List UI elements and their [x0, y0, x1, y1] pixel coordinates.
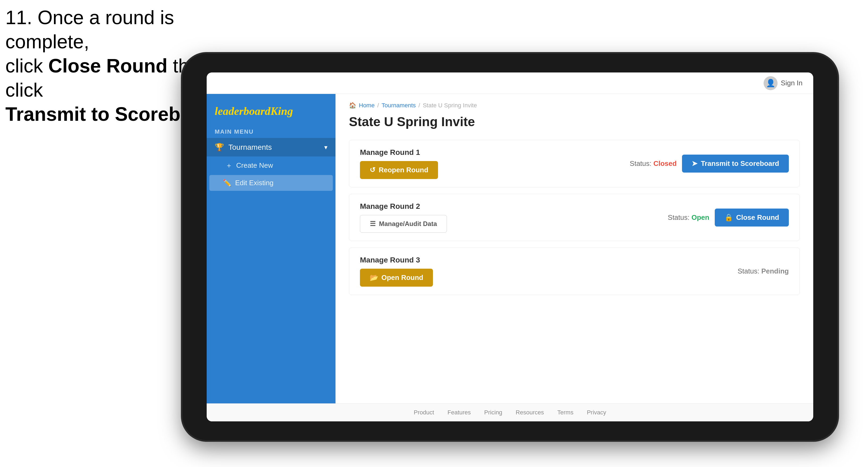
open-round-button[interactable]: 📂 Open Round — [360, 269, 433, 287]
chevron-down-icon: ▾ — [324, 144, 328, 151]
logo: leaderboardKing — [215, 105, 293, 118]
edit-existing-label: Edit Existing — [235, 179, 274, 187]
breadcrumb-tournaments-link[interactable]: Tournaments — [382, 102, 416, 109]
close-round-button[interactable]: 🔒 Close Round — [715, 209, 789, 226]
round-3-actions: Status: Pending — [738, 267, 789, 275]
logo-area: leaderboardKing — [207, 99, 336, 126]
tablet-frame: 👤 Sign In leaderboardKing MAIN MENU 🏆 To… — [183, 54, 837, 440]
sign-in-label: Sign In — [781, 79, 803, 87]
round-1-status-value: Closed — [653, 159, 677, 167]
breadcrumb-home-icon: 🏠 — [349, 102, 356, 109]
audit-icon: ☰ — [370, 220, 376, 227]
round-3-section: Manage Round 3 📂 Open Round Status: Pend… — [349, 247, 800, 295]
manage-audit-label: Manage/Audit Data — [379, 220, 437, 227]
lock-icon: 🔒 — [724, 213, 733, 222]
page-title: State U Spring Invite — [349, 114, 800, 129]
open-round-icon: 📂 — [370, 274, 378, 282]
sidebar-edit-existing[interactable]: ✏️ Edit Existing — [209, 175, 333, 191]
round-2-section: Manage Round 2 ☰ Manage/Audit Data Statu… — [349, 194, 800, 241]
round-1-status: Status: Closed — [630, 159, 677, 168]
round-1-label: Manage Round 1 — [360, 148, 438, 157]
close-round-label: Close Round — [736, 213, 779, 222]
sign-in-button[interactable]: 👤 Sign In — [764, 76, 803, 90]
open-round-label: Open Round — [381, 274, 423, 282]
trophy-icon: 🏆 — [215, 143, 224, 152]
transmit-to-scoreboard-button[interactable]: ➤ Transmit to Scoreboard — [682, 155, 789, 173]
footer-pricing[interactable]: Pricing — [484, 409, 502, 416]
plus-icon: ＋ — [225, 161, 232, 170]
round-1-left: Manage Round 1 ↺ Reopen Round — [360, 148, 438, 179]
reopen-round-button[interactable]: ↺ Reopen Round — [360, 161, 438, 179]
sidebar: leaderboardKing MAIN MENU 🏆 Tournaments … — [207, 94, 336, 403]
manage-audit-button[interactable]: ☰ Manage/Audit Data — [360, 215, 447, 233]
transmit-label: Transmit to Scoreboard — [701, 159, 779, 168]
round-3-label: Manage Round 3 — [360, 256, 433, 264]
create-new-label: Create New — [236, 161, 273, 169]
round-2-label: Manage Round 2 — [360, 202, 447, 211]
tablet-screen: 👤 Sign In leaderboardKing MAIN MENU 🏆 To… — [207, 72, 813, 422]
tournaments-label: Tournaments — [228, 143, 272, 152]
footer-features[interactable]: Features — [447, 409, 471, 416]
sidebar-item-tournaments[interactable]: 🏆 Tournaments ▾ — [207, 138, 336, 156]
instruction-line1: 11. Once a round is complete, — [5, 5, 252, 54]
footer-product[interactable]: Product — [413, 409, 434, 416]
user-avatar-icon: 👤 — [764, 76, 778, 90]
breadcrumb-sep1: / — [377, 102, 379, 109]
transmit-icon: ➤ — [692, 159, 698, 168]
top-bar: 👤 Sign In — [207, 72, 813, 94]
breadcrumb-sep2: / — [418, 102, 420, 109]
main-layout: leaderboardKing MAIN MENU 🏆 Tournaments … — [207, 94, 813, 403]
footer: Product Features Pricing Resources Terms… — [207, 403, 813, 422]
content-area: 🏠 Home / Tournaments / State U Spring In… — [336, 94, 813, 403]
sidebar-create-new[interactable]: ＋ Create New — [207, 156, 336, 175]
round-2-left: Manage Round 2 ☰ Manage/Audit Data — [360, 202, 447, 233]
round-2-actions: Status: Open 🔒 Close Round — [668, 209, 789, 226]
round-3-status: Status: Pending — [738, 267, 789, 275]
round-3-status-value: Pending — [761, 267, 789, 275]
main-menu-label: MAIN MENU — [207, 126, 336, 138]
round-1-actions: Status: Closed ➤ Transmit to Scoreboard — [630, 155, 789, 173]
round-2-status: Status: Open — [668, 213, 709, 222]
breadcrumb-current: State U Spring Invite — [423, 102, 477, 109]
reopen-round-label: Reopen Round — [379, 166, 428, 174]
breadcrumb: 🏠 Home / Tournaments / State U Spring In… — [349, 102, 800, 109]
footer-resources[interactable]: Resources — [516, 409, 544, 416]
breadcrumb-home-link[interactable]: Home — [359, 102, 375, 109]
footer-terms[interactable]: Terms — [557, 409, 574, 416]
edit-icon: ✏️ — [223, 179, 231, 187]
footer-privacy[interactable]: Privacy — [587, 409, 606, 416]
round-3-left: Manage Round 3 📂 Open Round — [360, 256, 433, 287]
reopen-icon: ↺ — [370, 166, 375, 174]
round-2-status-value: Open — [691, 213, 709, 221]
round-1-section: Manage Round 1 ↺ Reopen Round Status: Cl… — [349, 140, 800, 187]
